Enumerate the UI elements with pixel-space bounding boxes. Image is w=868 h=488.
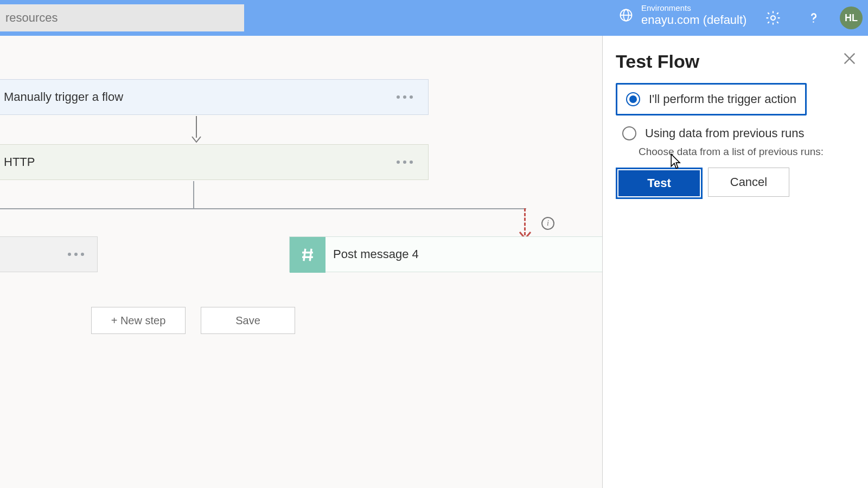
svg-line-9: [310, 249, 311, 261]
connector-arrow-icon: [191, 116, 202, 146]
connector-line: [0, 208, 526, 209]
card-menu-button[interactable]: [68, 237, 84, 272]
radio-previous-runs[interactable]: Using data from previous runs: [616, 121, 855, 146]
panel-title: Test Flow: [616, 51, 855, 72]
trigger-card-label: Manually trigger a flow: [4, 90, 123, 104]
app-header: Environments enayu.com (default) HL: [0, 0, 868, 36]
save-button[interactable]: Save: [201, 307, 295, 334]
svg-line-8: [304, 249, 305, 261]
slack-hash-icon: [290, 237, 326, 273]
radio-subnote: Choose data from a list of previous runs…: [639, 146, 855, 158]
svg-point-3: [771, 16, 775, 20]
cancel-button[interactable]: Cancel: [708, 168, 789, 197]
card-menu-button[interactable]: [397, 80, 413, 114]
radio-option-label: Using data from previous runs: [645, 126, 804, 140]
trigger-card[interactable]: Manually trigger a flow: [0, 79, 429, 115]
connector-line: [193, 181, 194, 208]
close-icon[interactable]: [842, 51, 857, 66]
avatar[interactable]: HL: [840, 7, 863, 29]
test-button-highlight: Test: [616, 168, 703, 199]
radio-perform-trigger[interactable]: I'll perform the trigger action: [620, 87, 803, 112]
info-icon[interactable]: i: [541, 217, 554, 230]
globe-icon: [618, 8, 634, 23]
test-flow-panel: Test Flow I'll perform the trigger actio…: [602, 36, 868, 488]
radio-selected-icon: [626, 92, 640, 106]
environment-switcher[interactable]: Environments enayu.com (default): [618, 3, 746, 27]
post-message-card[interactable]: Post message 4: [289, 236, 636, 272]
radio-option-highlighted: I'll perform the trigger action: [616, 83, 807, 115]
gear-icon[interactable]: [765, 10, 781, 26]
environment-name: enayu.com (default): [641, 13, 746, 27]
branch-card[interactable]: [0, 236, 98, 272]
help-icon[interactable]: [806, 10, 822, 26]
environment-label: Environments: [641, 3, 746, 13]
card-menu-button[interactable]: [397, 145, 413, 179]
search-input[interactable]: [0, 4, 244, 31]
http-card-label: HTTP: [4, 155, 35, 169]
post-message-card-label: Post message 4: [333, 247, 419, 261]
radio-unselected-icon: [622, 126, 636, 140]
new-step-button[interactable]: + New step: [91, 307, 186, 334]
svg-point-4: [813, 21, 814, 23]
http-card[interactable]: HTTP: [0, 144, 429, 180]
test-button[interactable]: Test: [618, 170, 700, 196]
radio-option-label: I'll perform the trigger action: [649, 92, 796, 106]
avatar-initials: HL: [845, 12, 858, 24]
